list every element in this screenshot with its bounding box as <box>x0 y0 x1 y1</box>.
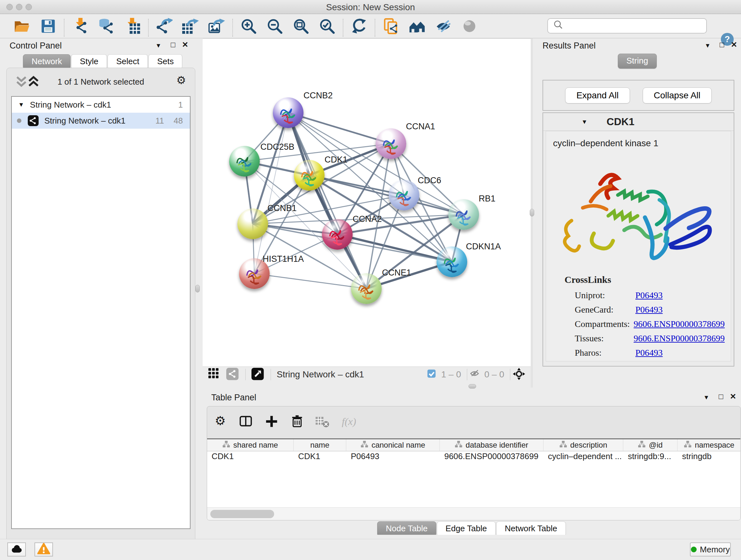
grid-view-icon[interactable] <box>208 368 221 381</box>
open-session-icon[interactable] <box>12 16 32 36</box>
column-header-description[interactable]: description <box>543 439 623 451</box>
node-CCNE1[interactable] <box>351 273 382 304</box>
export-network-icon[interactable] <box>154 16 174 36</box>
gene-entry-header[interactable]: ▼ CDK1 <box>543 113 734 131</box>
node-label-CCNA1: CCNA1 <box>406 122 435 132</box>
export-table-icon[interactable] <box>181 16 200 36</box>
crosslink-link[interactable]: 9606.ENSP00000378699 <box>634 333 725 348</box>
network-collection-row[interactable]: ▼ String Network – cdk1 1 <box>12 97 190 113</box>
column-header-name[interactable]: name <box>293 439 346 451</box>
table-cell[interactable]: cyclin–dependent ... <box>543 451 623 463</box>
edge-CCNB2-CCNA1[interactable] <box>288 113 391 144</box>
apply-layout-icon[interactable] <box>349 16 369 36</box>
edge-CCNE1-HIST1H1A[interactable] <box>254 273 366 289</box>
float-panel-icon[interactable]: □ <box>171 40 176 49</box>
node-table[interactable]: shared namenamecanonical namedatabase id… <box>207 438 741 507</box>
tab-edge-table[interactable]: Edge Table <box>437 521 495 537</box>
column-header-canonical-name[interactable]: canonical name <box>346 439 440 451</box>
cloud-status-button[interactable] <box>7 543 26 557</box>
table-cell[interactable]: 9606.ENSP00000378699 <box>440 451 543 463</box>
column-header-namespace[interactable]: namespace <box>677 439 741 451</box>
zoom-in-icon[interactable] <box>239 16 259 36</box>
selected-checkbox-icon[interactable] <box>427 369 438 380</box>
node-CCNA2[interactable] <box>322 219 353 250</box>
entry-expand-icon[interactable]: ▼ <box>582 118 588 125</box>
scrollbar-thumb[interactable] <box>210 510 274 518</box>
close-panel-icon[interactable]: ✕ <box>182 40 188 49</box>
fit-selected-crosshair-icon[interactable] <box>513 368 526 381</box>
close-panel-icon[interactable]: ✕ <box>731 40 737 49</box>
delete-rows-icon[interactable] <box>290 415 305 430</box>
float-panel-icon[interactable]: □ <box>720 40 724 49</box>
import-table-icon[interactable] <box>123 16 142 36</box>
node-RB1[interactable] <box>448 199 479 230</box>
crosslink-link[interactable]: P06493 <box>635 348 663 362</box>
memory-button[interactable]: Memory <box>690 543 731 557</box>
tab-node-table[interactable]: Node Table <box>377 521 436 537</box>
bottom-splitter-grip[interactable] <box>468 384 476 388</box>
node-CCNB2[interactable] <box>273 98 304 128</box>
crosslink-link[interactable]: P06493 <box>635 290 663 305</box>
node-CDC6[interactable] <box>389 180 419 210</box>
tab-network[interactable]: Network <box>23 54 71 69</box>
table-cell[interactable]: CDK1 <box>293 451 346 463</box>
left-splitter-grip[interactable] <box>195 285 200 293</box>
table-settings-gear-icon[interactable]: ⚙ <box>213 415 228 430</box>
tab-network-table[interactable]: Network Table <box>496 521 566 537</box>
node-CCNA1[interactable] <box>376 128 406 159</box>
show-all-icon[interactable] <box>460 16 479 36</box>
column-header-@id[interactable]: @id <box>623 439 677 451</box>
float-panel-icon[interactable]: □ <box>719 392 724 401</box>
network-options-gear-icon[interactable]: ⚙ <box>177 74 186 86</box>
import-network-database-icon[interactable] <box>96 16 116 36</box>
tab-string[interactable]: String <box>618 54 657 69</box>
close-panel-icon[interactable]: ✕ <box>730 392 736 401</box>
panel-menu-icon[interactable]: ▼ <box>703 394 710 401</box>
crosslink-link[interactable]: 9606.ENSP00000378699 <box>634 319 725 333</box>
node-CDC25B[interactable] <box>229 146 260 177</box>
zoom-fit-icon[interactable] <box>291 16 311 36</box>
collapse-all-button[interactable]: Collapse All <box>643 87 712 104</box>
network-row[interactable]: String Network – cdk1 11 48 <box>12 113 190 129</box>
table-cell[interactable]: CDK1 <box>207 451 293 463</box>
hide-selected-icon[interactable] <box>433 16 453 36</box>
node-CDKN1A[interactable] <box>436 246 467 277</box>
apply-function-icon[interactable]: f(x) <box>341 415 356 430</box>
search-box[interactable] <box>547 18 707 34</box>
add-row-icon[interactable] <box>265 415 279 430</box>
panel-menu-icon[interactable]: ▼ <box>704 42 711 49</box>
search-input[interactable] <box>568 21 706 31</box>
share-view-icon[interactable] <box>226 368 240 381</box>
houses-icon[interactable] <box>407 16 427 36</box>
edit-columns-icon[interactable] <box>239 415 254 430</box>
collection-count: 1 <box>179 100 183 110</box>
tab-style[interactable]: Style <box>71 54 107 69</box>
table-cell[interactable]: P06493 <box>346 451 440 463</box>
column-header-database-identifier[interactable]: database identifier <box>440 439 543 451</box>
network-canvas[interactable]: CCNB2CCNA1CDC25BCDK1CDC6RB1CCNB1CCNA2CDK… <box>203 38 531 367</box>
zoom-out-icon[interactable] <box>265 16 285 36</box>
crosslink-link[interactable]: P06493 <box>635 305 663 319</box>
clone-network-icon[interactable] <box>381 16 401 36</box>
panel-menu-icon[interactable]: ▼ <box>155 42 161 49</box>
edge-CCNB2-HIST1H1A[interactable] <box>254 113 288 273</box>
expand-all-button[interactable]: Expand All <box>565 87 630 104</box>
collection-expand-icon[interactable]: ▼ <box>18 101 24 108</box>
export-image-icon[interactable] <box>207 16 226 36</box>
horizontal-scrollbar[interactable] <box>207 507 741 520</box>
delete-table-icon[interactable] <box>316 415 330 430</box>
tab-select[interactable]: Select <box>108 54 148 69</box>
node-CCNB1[interactable] <box>238 208 268 239</box>
tab-sets[interactable]: Sets <box>148 54 182 69</box>
shared-column-icon <box>360 440 368 450</box>
warnings-button[interactable] <box>35 543 53 557</box>
table-cell[interactable]: stringdb:9... <box>623 451 677 463</box>
table-cell[interactable]: stringdb <box>677 451 741 463</box>
table-row[interactable]: CDK1CDK1P064939606.ENSP00000378699cyclin… <box>207 451 741 463</box>
node-CDK1[interactable] <box>294 160 325 191</box>
column-header-shared-name[interactable]: shared name <box>207 439 293 451</box>
zoom-selected-icon[interactable] <box>317 16 337 36</box>
import-network-icon[interactable] <box>70 16 90 36</box>
birdseye-view-icon[interactable] <box>252 368 265 381</box>
save-session-icon[interactable] <box>38 16 58 36</box>
